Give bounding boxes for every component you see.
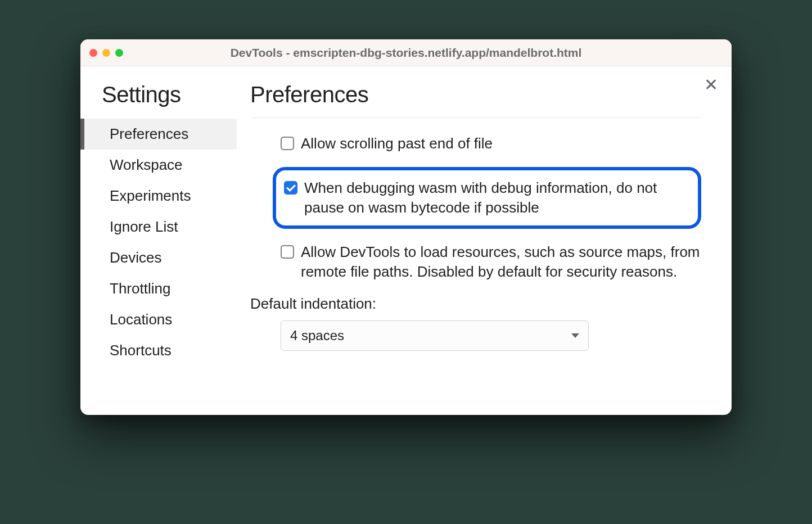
content-area: ✕ Settings Preferences Workspace Experim… [80,66,732,415]
option-label: Allow scrolling past end of file [301,134,701,153]
panel-title: Preferences [250,82,701,118]
sidebar-item-preferences[interactable]: Preferences [80,119,237,150]
sidebar-title: Settings [102,82,237,107]
maximize-window-button[interactable] [115,49,123,57]
sidebar-item-label: Throttling [110,280,170,297]
indentation-value: 4 spaces [290,328,344,344]
option-label: When debugging wasm with debug informati… [304,178,688,218]
settings-sidebar: Settings Preferences Workspace Experimen… [80,66,237,415]
sidebar-item-shortcuts[interactable]: Shortcuts [80,335,237,366]
sidebar-item-devices[interactable]: Devices [80,242,237,273]
chevron-down-icon [571,333,579,338]
sidebar-item-label: Workspace [110,156,183,173]
preferences-panel: Preferences Allow scrolling past end of … [237,66,732,415]
sidebar-item-workspace[interactable]: Workspace [80,150,237,180]
window-title: DevTools - emscripten-dbg-stories.netlif… [80,46,732,60]
close-window-button[interactable] [89,49,97,57]
sidebar-item-label: Experiments [110,187,191,204]
indentation-select-wrap: 4 spaces [281,320,701,351]
titlebar: DevTools - emscripten-dbg-stories.netlif… [80,39,732,66]
option-wasm-skip-bytecode: When debugging wasm with debug informati… [273,167,701,229]
sidebar-item-throttling[interactable]: Throttling [80,273,237,304]
sidebar-item-experiments[interactable]: Experiments [80,180,237,211]
sidebar-item-label: Devices [110,249,161,266]
sidebar-item-ignore-list[interactable]: Ignore List [80,211,237,242]
devtools-window: DevTools - emscripten-dbg-stories.netlif… [80,39,732,415]
indentation-label: Default indentation: [250,295,701,313]
option-label: Allow DevTools to load resources, such a… [301,242,701,282]
option-allow-scroll-past-end: Allow scrolling past end of file [281,134,701,153]
sidebar-item-locations[interactable]: Locations [80,304,237,335]
checkbox-allow-scroll-past-end[interactable] [281,137,294,150]
checkbox-wasm-skip-bytecode[interactable] [284,181,297,195]
indentation-select[interactable]: 4 spaces [281,320,589,351]
traffic-lights [89,49,123,57]
sidebar-item-label: Locations [110,311,172,328]
sidebar-item-label: Preferences [110,125,188,142]
minimize-window-button[interactable] [102,49,110,57]
close-icon[interactable]: ✕ [704,76,718,93]
sidebar-item-label: Shortcuts [110,342,172,359]
option-load-remote-resources: Allow DevTools to load resources, such a… [281,242,701,282]
checkbox-load-remote-resources[interactable] [281,245,294,259]
sidebar-item-label: Ignore List [110,218,178,235]
